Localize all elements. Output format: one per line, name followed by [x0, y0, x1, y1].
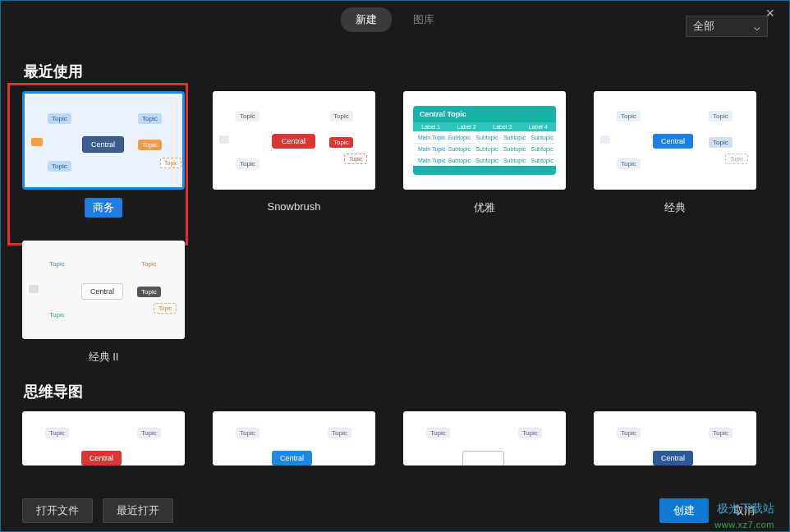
chevron-down-icon: ⌵	[754, 21, 760, 33]
template-thumb: Topic Topic Central	[213, 411, 375, 466]
content-scroll[interactable]: 最近使用 Central Topic Topic Topic Topic Top…	[1, 47, 783, 490]
section-title-recent: 最近使用	[24, 62, 761, 81]
template-thumb: Topic Topic Central	[22, 411, 185, 466]
tab-gallery[interactable]: 图库	[398, 7, 449, 32]
template-thumb: Central Topic Topic Topic Topic Topic	[22, 91, 185, 190]
template-label: 经典 II	[80, 347, 127, 367]
template-thumb: Central Topic Topic Topic Topic Topic	[594, 91, 756, 190]
tab-group: 新建 图库	[341, 7, 449, 32]
recent-open-button[interactable]: 最近打开	[103, 498, 173, 523]
template-card-mm1[interactable]: Topic Topic Central	[22, 411, 185, 466]
footer-bar: 打开文件 最近打开 创建 取消	[1, 490, 789, 531]
top-bar: 新建 图库 全部 ⌵	[1, 1, 789, 39]
template-card-snowbrush[interactable]: Central Topic Topic Topic Topic Topic Sn…	[213, 91, 375, 218]
template-thumb: Topic Topic Central	[594, 411, 756, 466]
template-label: 优雅	[466, 198, 503, 218]
create-button[interactable]: 创建	[659, 498, 709, 523]
open-file-button[interactable]: 打开文件	[22, 498, 93, 523]
template-thumb: Central Topic Topic Topic Topic Topic	[213, 91, 375, 190]
filter-value: 全部	[693, 19, 714, 34]
template-card-classic2[interactable]: Central Topic Topic Topic Topic Topic 经典…	[22, 241, 185, 367]
template-thumb: Central Topic Label 1 Label 2 Label 3 La…	[403, 91, 566, 190]
template-label: 经典	[656, 198, 694, 218]
template-card-mm4[interactable]: Topic Topic Central	[594, 411, 756, 466]
cancel-button[interactable]: 取消	[720, 499, 768, 522]
template-card-classic[interactable]: Central Topic Topic Topic Topic Topic 经典	[594, 91, 756, 218]
template-label: Snowbrush	[259, 198, 328, 215]
grid-recent: Central Topic Topic Topic Topic Topic 商务…	[22, 91, 761, 367]
grid-mindmap: Topic Topic Central Topic Topic Central …	[22, 411, 761, 466]
template-card-mm3[interactable]: Topic Topic Central	[403, 411, 566, 466]
template-label: 商务	[85, 198, 122, 218]
template-thumb: Topic Topic Central	[403, 411, 566, 466]
template-card-elegant[interactable]: Central Topic Label 1 Label 2 Label 3 La…	[403, 91, 566, 218]
template-card-business[interactable]: Central Topic Topic Topic Topic Topic 商务	[22, 91, 185, 218]
filter-select[interactable]: 全部 ⌵	[686, 16, 768, 37]
template-thumb: Central Topic Topic Topic Topic Topic	[22, 241, 185, 339]
section-title-mindmap: 思维导图	[24, 382, 761, 401]
tab-new[interactable]: 新建	[341, 7, 392, 32]
template-card-mm2[interactable]: Topic Topic Central	[213, 411, 375, 466]
